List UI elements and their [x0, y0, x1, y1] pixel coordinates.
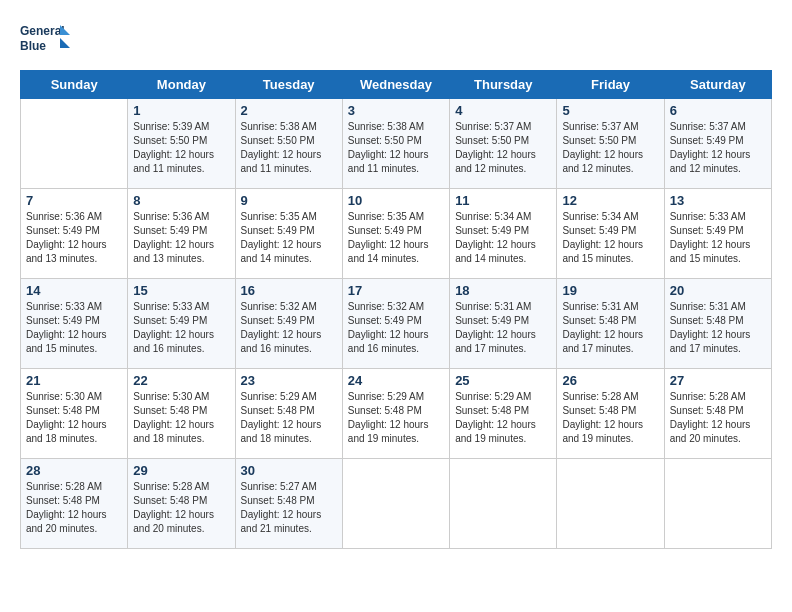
logo-svg: General Blue — [20, 20, 70, 60]
day-info: Sunrise: 5:36 AM Sunset: 5:49 PM Dayligh… — [133, 210, 229, 266]
day-info: Sunrise: 5:30 AM Sunset: 5:48 PM Dayligh… — [26, 390, 122, 446]
calendar-week-2: 7Sunrise: 5:36 AM Sunset: 5:49 PM Daylig… — [21, 189, 772, 279]
day-number: 9 — [241, 193, 337, 208]
calendar-cell — [664, 459, 771, 549]
day-info: Sunrise: 5:37 AM Sunset: 5:49 PM Dayligh… — [670, 120, 766, 176]
day-info: Sunrise: 5:27 AM Sunset: 5:48 PM Dayligh… — [241, 480, 337, 536]
day-number: 29 — [133, 463, 229, 478]
day-number: 19 — [562, 283, 658, 298]
calendar-cell: 25Sunrise: 5:29 AM Sunset: 5:48 PM Dayli… — [450, 369, 557, 459]
calendar-cell — [342, 459, 449, 549]
day-number: 22 — [133, 373, 229, 388]
calendar-week-4: 21Sunrise: 5:30 AM Sunset: 5:48 PM Dayli… — [21, 369, 772, 459]
svg-text:General: General — [20, 24, 65, 38]
weekday-header-friday: Friday — [557, 71, 664, 99]
day-number: 5 — [562, 103, 658, 118]
calendar-cell: 6Sunrise: 5:37 AM Sunset: 5:49 PM Daylig… — [664, 99, 771, 189]
day-number: 25 — [455, 373, 551, 388]
day-info: Sunrise: 5:29 AM Sunset: 5:48 PM Dayligh… — [241, 390, 337, 446]
day-info: Sunrise: 5:38 AM Sunset: 5:50 PM Dayligh… — [348, 120, 444, 176]
logo: General Blue — [20, 20, 70, 60]
day-number: 8 — [133, 193, 229, 208]
day-info: Sunrise: 5:34 AM Sunset: 5:49 PM Dayligh… — [455, 210, 551, 266]
calendar-cell — [21, 99, 128, 189]
day-number: 14 — [26, 283, 122, 298]
day-number: 17 — [348, 283, 444, 298]
weekday-header-thursday: Thursday — [450, 71, 557, 99]
calendar-cell: 20Sunrise: 5:31 AM Sunset: 5:48 PM Dayli… — [664, 279, 771, 369]
day-number: 20 — [670, 283, 766, 298]
day-info: Sunrise: 5:29 AM Sunset: 5:48 PM Dayligh… — [348, 390, 444, 446]
svg-marker-3 — [60, 38, 70, 48]
calendar-cell: 27Sunrise: 5:28 AM Sunset: 5:48 PM Dayli… — [664, 369, 771, 459]
day-info: Sunrise: 5:34 AM Sunset: 5:49 PM Dayligh… — [562, 210, 658, 266]
calendar-cell: 21Sunrise: 5:30 AM Sunset: 5:48 PM Dayli… — [21, 369, 128, 459]
calendar-week-5: 28Sunrise: 5:28 AM Sunset: 5:48 PM Dayli… — [21, 459, 772, 549]
day-info: Sunrise: 5:28 AM Sunset: 5:48 PM Dayligh… — [562, 390, 658, 446]
day-info: Sunrise: 5:37 AM Sunset: 5:50 PM Dayligh… — [455, 120, 551, 176]
calendar-cell: 28Sunrise: 5:28 AM Sunset: 5:48 PM Dayli… — [21, 459, 128, 549]
day-number: 4 — [455, 103, 551, 118]
calendar-cell: 13Sunrise: 5:33 AM Sunset: 5:49 PM Dayli… — [664, 189, 771, 279]
calendar-cell: 5Sunrise: 5:37 AM Sunset: 5:50 PM Daylig… — [557, 99, 664, 189]
calendar-cell: 22Sunrise: 5:30 AM Sunset: 5:48 PM Dayli… — [128, 369, 235, 459]
day-info: Sunrise: 5:39 AM Sunset: 5:50 PM Dayligh… — [133, 120, 229, 176]
calendar-cell: 7Sunrise: 5:36 AM Sunset: 5:49 PM Daylig… — [21, 189, 128, 279]
day-number: 7 — [26, 193, 122, 208]
calendar-table: SundayMondayTuesdayWednesdayThursdayFrid… — [20, 70, 772, 549]
calendar-cell: 2Sunrise: 5:38 AM Sunset: 5:50 PM Daylig… — [235, 99, 342, 189]
weekday-header-wednesday: Wednesday — [342, 71, 449, 99]
day-number: 27 — [670, 373, 766, 388]
day-number: 18 — [455, 283, 551, 298]
calendar-cell: 15Sunrise: 5:33 AM Sunset: 5:49 PM Dayli… — [128, 279, 235, 369]
day-info: Sunrise: 5:33 AM Sunset: 5:49 PM Dayligh… — [670, 210, 766, 266]
day-info: Sunrise: 5:33 AM Sunset: 5:49 PM Dayligh… — [133, 300, 229, 356]
calendar-cell — [557, 459, 664, 549]
day-number: 26 — [562, 373, 658, 388]
day-number: 15 — [133, 283, 229, 298]
day-info: Sunrise: 5:30 AM Sunset: 5:48 PM Dayligh… — [133, 390, 229, 446]
weekday-header-sunday: Sunday — [21, 71, 128, 99]
day-info: Sunrise: 5:36 AM Sunset: 5:49 PM Dayligh… — [26, 210, 122, 266]
day-number: 21 — [26, 373, 122, 388]
weekday-header-saturday: Saturday — [664, 71, 771, 99]
svg-text:Blue: Blue — [20, 39, 46, 53]
day-info: Sunrise: 5:28 AM Sunset: 5:48 PM Dayligh… — [670, 390, 766, 446]
day-info: Sunrise: 5:28 AM Sunset: 5:48 PM Dayligh… — [133, 480, 229, 536]
day-number: 6 — [670, 103, 766, 118]
day-info: Sunrise: 5:28 AM Sunset: 5:48 PM Dayligh… — [26, 480, 122, 536]
day-info: Sunrise: 5:33 AM Sunset: 5:49 PM Dayligh… — [26, 300, 122, 356]
weekday-header-monday: Monday — [128, 71, 235, 99]
svg-marker-2 — [60, 25, 70, 35]
calendar-cell: 30Sunrise: 5:27 AM Sunset: 5:48 PM Dayli… — [235, 459, 342, 549]
day-number: 16 — [241, 283, 337, 298]
calendar-cell: 12Sunrise: 5:34 AM Sunset: 5:49 PM Dayli… — [557, 189, 664, 279]
calendar-cell: 1Sunrise: 5:39 AM Sunset: 5:50 PM Daylig… — [128, 99, 235, 189]
calendar-cell: 9Sunrise: 5:35 AM Sunset: 5:49 PM Daylig… — [235, 189, 342, 279]
calendar-cell: 16Sunrise: 5:32 AM Sunset: 5:49 PM Dayli… — [235, 279, 342, 369]
day-number: 1 — [133, 103, 229, 118]
calendar-cell: 17Sunrise: 5:32 AM Sunset: 5:49 PM Dayli… — [342, 279, 449, 369]
page-header: General Blue — [20, 20, 772, 60]
day-number: 11 — [455, 193, 551, 208]
day-number: 13 — [670, 193, 766, 208]
calendar-cell: 3Sunrise: 5:38 AM Sunset: 5:50 PM Daylig… — [342, 99, 449, 189]
day-info: Sunrise: 5:32 AM Sunset: 5:49 PM Dayligh… — [241, 300, 337, 356]
weekday-header-row: SundayMondayTuesdayWednesdayThursdayFrid… — [21, 71, 772, 99]
day-info: Sunrise: 5:37 AM Sunset: 5:50 PM Dayligh… — [562, 120, 658, 176]
day-number: 3 — [348, 103, 444, 118]
calendar-cell: 24Sunrise: 5:29 AM Sunset: 5:48 PM Dayli… — [342, 369, 449, 459]
calendar-cell: 8Sunrise: 5:36 AM Sunset: 5:49 PM Daylig… — [128, 189, 235, 279]
day-number: 10 — [348, 193, 444, 208]
calendar-cell: 29Sunrise: 5:28 AM Sunset: 5:48 PM Dayli… — [128, 459, 235, 549]
calendar-cell: 19Sunrise: 5:31 AM Sunset: 5:48 PM Dayli… — [557, 279, 664, 369]
day-info: Sunrise: 5:31 AM Sunset: 5:48 PM Dayligh… — [670, 300, 766, 356]
calendar-cell: 23Sunrise: 5:29 AM Sunset: 5:48 PM Dayli… — [235, 369, 342, 459]
calendar-week-3: 14Sunrise: 5:33 AM Sunset: 5:49 PM Dayli… — [21, 279, 772, 369]
weekday-header-tuesday: Tuesday — [235, 71, 342, 99]
day-number: 23 — [241, 373, 337, 388]
day-info: Sunrise: 5:29 AM Sunset: 5:48 PM Dayligh… — [455, 390, 551, 446]
day-info: Sunrise: 5:38 AM Sunset: 5:50 PM Dayligh… — [241, 120, 337, 176]
day-number: 2 — [241, 103, 337, 118]
day-number: 30 — [241, 463, 337, 478]
